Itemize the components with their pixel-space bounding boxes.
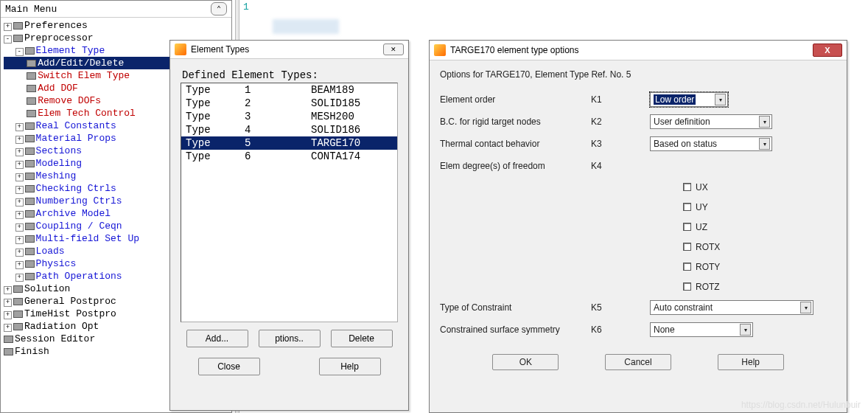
checkbox[interactable] (683, 282, 691, 291)
node-icon (27, 97, 36, 105)
chevron-down-icon[interactable]: ▾ (740, 324, 751, 336)
expand-icon[interactable]: + (15, 211, 24, 219)
dropdown-value: Based on status (654, 139, 717, 149)
tree-item-label: Multi-field Set Up (36, 233, 139, 244)
help-button[interactable]: Help (319, 358, 381, 375)
checkbox-label: UZ (696, 222, 707, 232)
expand-icon[interactable]: + (4, 299, 12, 307)
cell-type: Type (186, 84, 245, 96)
tree-item-label: Elem Tech Control (38, 108, 136, 119)
dropdown[interactable]: None▾ (650, 322, 753, 337)
checkbox-row[interactable]: ROTX (683, 237, 836, 257)
close-button[interactable]: Close (198, 358, 260, 375)
dropdown[interactable]: Based on status▾ (650, 136, 772, 151)
options-header: Options for TARGE170, Element Type Ref. … (440, 69, 836, 80)
help-button[interactable]: Help (718, 354, 784, 370)
tree-item[interactable]: +Preferences (4, 19, 228, 32)
dialog-title: TARGE170 element type options (450, 45, 813, 55)
expand-icon[interactable]: + (15, 274, 24, 282)
cell-elem: MESH200 (311, 111, 393, 122)
tree-item-label: Add DOF (38, 83, 78, 94)
cell-type: Type (186, 124, 245, 136)
element-types-dialog: Element Types ✕ Defined Element Types: T… (169, 40, 409, 411)
tree-item-label: Checking Ctrls (36, 183, 116, 194)
expand-icon[interactable]: + (4, 311, 12, 319)
cell-elem: SOLID186 (311, 124, 393, 136)
add-button[interactable]: Add... (186, 330, 248, 347)
checkbox-row[interactable]: UZ (683, 217, 836, 237)
expand-icon[interactable]: + (15, 223, 24, 232)
expand-icon[interactable]: + (15, 123, 24, 131)
list-item[interactable]: Type2SOLID185 (181, 97, 397, 110)
tree-item-label: Physics (36, 258, 77, 269)
dropdown-value: Low order (654, 94, 696, 105)
close-icon[interactable]: X (813, 44, 842, 57)
list-item[interactable]: Type1BEAM189 (181, 83, 397, 97)
ok-button[interactable]: OK (492, 354, 559, 370)
checkbox[interactable] (683, 183, 691, 191)
expand-icon[interactable]: - (15, 48, 24, 56)
node-icon (25, 248, 35, 255)
tree-item-label: Preferences (24, 20, 88, 31)
expand-icon[interactable]: + (15, 198, 24, 206)
expand-icon[interactable]: + (15, 161, 24, 169)
dialog-titlebar[interactable]: TARGE170 element type options X (430, 41, 847, 60)
node-icon (13, 323, 23, 330)
cell-type: Type (186, 137, 245, 149)
cancel-button[interactable]: Cancel (605, 354, 671, 370)
dropdown[interactable]: Auto constraint▾ (650, 300, 813, 315)
tree-item-label: Radiation Opt (24, 321, 99, 332)
option-label: Thermal contact behavior (440, 139, 591, 149)
expand-icon[interactable]: + (4, 324, 12, 332)
tree-item-label: Meshing (36, 170, 77, 181)
checkbox[interactable] (683, 263, 691, 271)
option-key: K6 (591, 324, 650, 335)
expand-icon[interactable]: + (15, 173, 24, 181)
editor-blurred-text (273, 19, 339, 34)
expand-icon[interactable]: + (15, 249, 24, 257)
list-item[interactable]: Type3MESH200 (181, 110, 397, 123)
chevron-down-icon[interactable]: ▾ (715, 94, 726, 105)
checkbox[interactable] (683, 223, 691, 231)
dropdown-value: None (654, 324, 675, 335)
dropdown[interactable]: Low order▾ (650, 92, 728, 107)
tree-item-label: Switch Elem Type (38, 70, 130, 81)
option-label: Type of Constraint (440, 302, 591, 313)
tree-item-label: TimeHist Postpro (24, 308, 116, 319)
delete-button[interactable]: Delete (331, 330, 393, 347)
dropdown[interactable]: User definition▾ (650, 114, 772, 129)
expand-icon[interactable]: + (15, 261, 24, 269)
cell-num: 1 (245, 84, 311, 96)
collapse-icon[interactable]: ⌃ (211, 2, 227, 15)
options-button[interactable]: ptions.. (259, 330, 321, 347)
checkbox-row[interactable]: UY (683, 197, 836, 217)
checkbox-row[interactable]: UX (683, 177, 836, 197)
tree-item-label: Add/Edit/Delete (38, 58, 124, 69)
close-icon[interactable]: ✕ (383, 44, 404, 55)
list-item[interactable]: Type4SOLID186 (181, 123, 397, 136)
chevron-down-icon[interactable]: ▾ (800, 302, 811, 313)
list-item[interactable]: Type6CONTA174 (181, 150, 397, 163)
node-icon (25, 198, 35, 205)
option-key: K5 (591, 302, 650, 313)
chevron-down-icon[interactable]: ▾ (759, 138, 770, 150)
cell-type: Type (186, 150, 245, 162)
tree-title: Main Menu ⌃ (1, 1, 231, 18)
expand-icon[interactable]: + (4, 23, 12, 31)
expand-icon[interactable]: + (4, 286, 12, 294)
tree-item-label: Path Operations (36, 271, 122, 282)
tree-item-label: Element Type (36, 45, 105, 56)
checkbox[interactable] (683, 203, 691, 211)
chevron-down-icon[interactable]: ▾ (759, 116, 770, 128)
element-type-list[interactable]: Type1BEAM189Type2SOLID185Type3MESH200Typ… (181, 83, 398, 322)
expand-icon[interactable]: - (4, 35, 12, 44)
checkbox-row[interactable]: ROTY (683, 257, 836, 277)
expand-icon[interactable]: + (15, 236, 24, 244)
expand-icon[interactable]: + (15, 186, 24, 194)
checkbox-row[interactable]: ROTZ (683, 277, 836, 296)
checkbox[interactable] (683, 243, 691, 251)
expand-icon[interactable]: + (15, 148, 24, 156)
list-item[interactable]: Type5TARGE170 (181, 136, 397, 150)
dialog-titlebar[interactable]: Element Types ✕ (170, 41, 408, 59)
expand-icon[interactable]: + (15, 136, 24, 144)
